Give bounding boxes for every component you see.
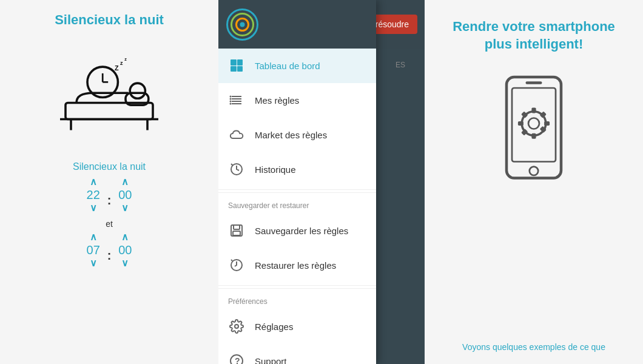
svg-rect-20: [231, 59, 237, 66]
history-icon: [228, 161, 245, 178]
svg-text:?: ?: [235, 356, 240, 364]
svg-rect-40: [507, 77, 561, 178]
svg-point-45: [528, 118, 539, 129]
minutes-control-2: ∧ 00 ∨: [116, 232, 134, 268]
right-panel: Rendre votre smartphone plus intelligent…: [425, 0, 643, 364]
time-section: Silencieux la nuit ∧ 22 ∨ : ∧ 00 ∨ et ∧ …: [12, 161, 206, 268]
phone-illustration: [479, 71, 588, 192]
svg-point-19: [240, 22, 245, 27]
drawer-item-support[interactable]: ? Support: [218, 344, 376, 364]
svg-point-42: [530, 167, 538, 175]
svg-text:z: z: [120, 60, 123, 66]
svg-rect-35: [233, 231, 240, 235]
hours-control-2: ∧ 07 ∨: [84, 232, 103, 268]
minutes-up-2[interactable]: ∧: [121, 232, 129, 242]
drawer-item-historique[interactable]: Historique: [218, 152, 376, 187]
help-icon: ?: [228, 352, 245, 364]
minutes-value-1: 00: [116, 188, 134, 202]
hours-value-2: 07: [84, 243, 103, 257]
drawer-item-market[interactable]: Market des règles: [218, 118, 376, 152]
hours-down-1[interactable]: ∨: [90, 203, 97, 213]
right-panel-title: Rendre votre smartphone plus intelligent…: [443, 18, 625, 53]
left-panel: Silencieux la nuit Z z z: [0, 0, 218, 364]
drawer-item-restaurer[interactable]: Restaurer les règles: [218, 248, 376, 283]
hours-up-2[interactable]: ∧: [90, 232, 97, 242]
time-row-2: ∧ 07 ∨ : ∧ 00 ∨: [84, 232, 135, 268]
navigation-drawer: Tableau de bord Mes règles: [218, 0, 376, 364]
drawer-label-sauvegarder: Sauvegarder les règles: [255, 226, 348, 236]
connector-label: et: [106, 219, 113, 229]
drawer-label-tableau: Tableau de bord: [255, 61, 320, 71]
sleep-illustration: Z z z: [55, 52, 164, 137]
svg-point-2: [130, 83, 145, 98]
middle-panel: résoudre ES: [218, 0, 425, 364]
svg-rect-47: [531, 133, 536, 139]
drawer-label-market: Market des règles: [255, 130, 327, 140]
hours-down-2[interactable]: ∨: [90, 258, 97, 268]
minutes-down-1[interactable]: ∨: [121, 203, 129, 213]
drawer-label-historique: Historique: [255, 164, 296, 175]
svg-rect-43: [526, 81, 542, 84]
drawer-label-restaurer: Restaurer les règles: [255, 260, 336, 271]
list-icon: [228, 92, 245, 109]
right-panel-footer: Voyons quelques exemples de ce que: [462, 342, 605, 352]
left-panel-title: Silencieux la nuit: [55, 12, 164, 28]
section-backup-label: Sauvegarder et restaurer: [218, 192, 376, 214]
svg-rect-49: [518, 121, 523, 126]
svg-rect-48: [544, 121, 550, 126]
svg-rect-22: [231, 66, 237, 72]
minutes-up-1[interactable]: ∧: [121, 177, 129, 187]
hours-up-1[interactable]: ∧: [90, 177, 97, 187]
svg-rect-23: [237, 66, 243, 72]
minutes-control-1: ∧ 00 ∨: [116, 177, 134, 213]
save-icon: [228, 222, 245, 239]
drawer-header: [218, 0, 376, 49]
svg-point-29: [230, 98, 232, 100]
divider-2: [218, 285, 376, 286]
time-row-1: ∧ 22 ∨ : ∧ 00 ∨: [84, 177, 135, 213]
minutes-down-2[interactable]: ∨: [121, 258, 129, 268]
svg-text:Z: Z: [115, 64, 119, 72]
hours-control-1: ∧ 22 ∨: [84, 177, 103, 213]
grid-icon: [228, 57, 245, 74]
time-sep-1: :: [106, 194, 113, 207]
time-sep-2: :: [106, 249, 113, 263]
svg-point-28: [230, 96, 232, 98]
section-prefs-label: Préférences: [218, 288, 376, 309]
cloud-icon: [228, 126, 245, 143]
restore-icon: [228, 257, 245, 274]
svg-text:z: z: [124, 56, 127, 62]
svg-point-31: [230, 103, 232, 105]
time-label: Silencieux la nuit: [73, 161, 146, 172]
drawer-item-reglages[interactable]: Réglages: [218, 309, 376, 344]
hours-value-1: 22: [84, 188, 103, 202]
drawer-item-sauvegarder[interactable]: Sauvegarder les règles: [218, 214, 376, 248]
svg-rect-34: [234, 225, 240, 229]
svg-rect-21: [237, 59, 243, 66]
minutes-value-2: 00: [116, 243, 134, 257]
drawer-label-support: Support: [255, 356, 287, 365]
drawer-label-reglages: Réglages: [255, 322, 293, 332]
gear-icon: [228, 318, 245, 335]
drawer-item-mes-regles[interactable]: Mes règles: [218, 83, 376, 118]
drawer-logo: [226, 8, 259, 41]
drawer-label-mes-regles: Mes règles: [255, 95, 299, 106]
svg-point-37: [235, 325, 238, 328]
divider-1: [218, 189, 376, 190]
svg-point-30: [230, 101, 232, 103]
drawer-item-tableau[interactable]: Tableau de bord: [218, 49, 376, 83]
svg-rect-46: [531, 108, 536, 113]
